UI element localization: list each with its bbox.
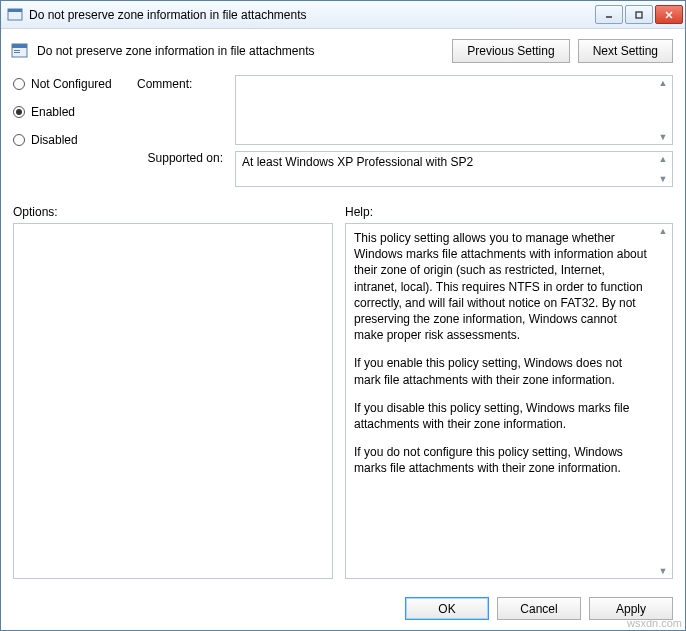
maximize-button[interactable]: [625, 5, 653, 24]
scroll-up-icon: ▲: [654, 224, 672, 238]
window-title: Do not preserve zone information in file…: [29, 8, 595, 22]
svg-rect-3: [636, 12, 642, 18]
scroll-down-icon: ▼: [654, 130, 672, 144]
radio-label: Not Configured: [31, 77, 112, 91]
policy-icon: [11, 42, 29, 60]
dialog-footer: OK Cancel Apply: [1, 589, 685, 630]
section-labels: Options: Help:: [1, 193, 685, 223]
svg-rect-9: [14, 52, 20, 53]
svg-rect-7: [12, 44, 27, 48]
radio-label: Disabled: [31, 133, 78, 147]
previous-setting-button[interactable]: Previous Setting: [452, 39, 569, 63]
comment-label: Comment:: [137, 75, 229, 91]
minimize-button[interactable]: [595, 5, 623, 24]
ok-button[interactable]: OK: [405, 597, 489, 620]
scroll-down-icon: ▼: [654, 564, 672, 578]
close-button[interactable]: [655, 5, 683, 24]
scrollbar[interactable]: ▲ ▼: [654, 152, 672, 186]
policy-icon: [7, 7, 23, 23]
comment-value: [236, 76, 672, 80]
titlebar: Do not preserve zone information in file…: [1, 1, 685, 29]
scroll-up-icon: ▲: [654, 152, 672, 166]
state-radio-group: Not Configured Enabled Disabled: [13, 75, 131, 187]
apply-button[interactable]: Apply: [589, 597, 673, 620]
header-row: Do not preserve zone information in file…: [1, 29, 685, 71]
radio-disabled[interactable]: Disabled: [13, 133, 131, 147]
main-panes: This policy setting allows you to manage…: [1, 223, 685, 589]
radio-icon: [13, 134, 25, 146]
cancel-button[interactable]: Cancel: [497, 597, 581, 620]
svg-rect-8: [14, 50, 20, 51]
help-paragraph: If you enable this policy setting, Windo…: [354, 355, 648, 387]
help-label: Help:: [345, 205, 673, 219]
help-paragraph: This policy setting allows you to manage…: [354, 230, 648, 343]
policy-editor-window: Do not preserve zone information in file…: [0, 0, 686, 631]
options-pane: [13, 223, 333, 579]
scroll-up-icon: ▲: [654, 76, 672, 90]
scroll-down-icon: ▼: [654, 172, 672, 186]
radio-icon: [13, 106, 25, 118]
radio-not-configured[interactable]: Not Configured: [13, 77, 131, 91]
radio-icon: [13, 78, 25, 90]
radio-label: Enabled: [31, 105, 75, 119]
help-paragraph: If you disable this policy setting, Wind…: [354, 400, 648, 432]
config-area: Not Configured Enabled Disabled Comment:…: [1, 71, 685, 193]
comment-textarea[interactable]: ▲ ▼: [235, 75, 673, 145]
scrollbar[interactable]: ▲ ▼: [654, 76, 672, 144]
next-setting-button[interactable]: Next Setting: [578, 39, 673, 63]
help-pane: This policy setting allows you to manage…: [345, 223, 673, 579]
window-controls: [595, 5, 683, 24]
supported-on-value: At least Windows XP Professional with SP…: [242, 155, 473, 169]
radio-enabled[interactable]: Enabled: [13, 105, 131, 119]
options-label: Options:: [13, 205, 333, 219]
scrollbar[interactable]: ▲ ▼: [654, 224, 672, 578]
policy-title: Do not preserve zone information in file…: [37, 44, 444, 58]
svg-rect-1: [8, 9, 22, 12]
help-paragraph: If you do not configure this policy sett…: [354, 444, 648, 476]
supported-on-label: Supported on:: [137, 145, 229, 165]
supported-on-value-box: At least Windows XP Professional with SP…: [235, 151, 673, 187]
